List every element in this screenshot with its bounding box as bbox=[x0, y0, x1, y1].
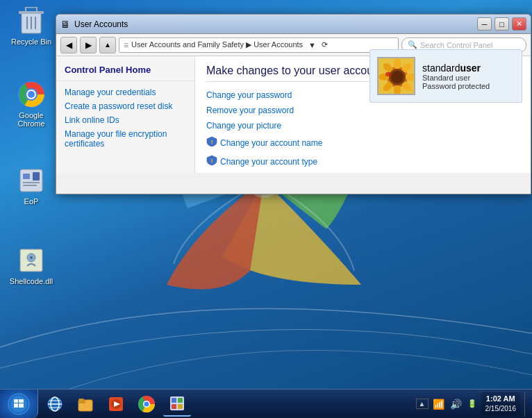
desktop-decoration bbox=[0, 208, 532, 389]
svg-rect-58 bbox=[172, 398, 176, 403]
back-button[interactable]: ◀ bbox=[60, 37, 77, 53]
svg-text:!: ! bbox=[211, 158, 213, 164]
chrome-image bbox=[17, 81, 45, 108]
clock[interactable]: 1:02 AM 2/15/2016 bbox=[481, 392, 521, 415]
shield-icon-1: ! bbox=[206, 136, 217, 149]
control-panel-window: 🖥 User Accounts ─ □ ✕ ◀ ▶ ▲ ≡ User Accou… bbox=[56, 14, 531, 194]
address-path[interactable]: ≡ User Accounts and Family Safety ▶ User… bbox=[119, 37, 399, 53]
svg-point-26 bbox=[394, 58, 401, 69]
recycle-bin-image bbox=[17, 7, 45, 35]
shield-icon-2: ! bbox=[206, 155, 217, 168]
sidebar-header: Control Panel Home bbox=[56, 62, 194, 81]
svg-rect-60 bbox=[172, 404, 176, 409]
svg-rect-42 bbox=[19, 403, 24, 408]
desktop: ✛ Recycle Bin bbox=[0, 0, 532, 389]
taskbar-explorer[interactable] bbox=[72, 392, 99, 417]
eop-label: EoP bbox=[24, 197, 39, 206]
sidebar-link-encryption[interactable]: Manage your file encryption certificates bbox=[56, 127, 194, 151]
show-desktop-button[interactable] bbox=[524, 392, 529, 417]
svg-rect-40 bbox=[19, 399, 24, 403]
search-icon: 🔍 bbox=[408, 40, 417, 49]
svg-point-56 bbox=[144, 401, 149, 406]
svg-point-35 bbox=[391, 71, 404, 83]
svg-rect-59 bbox=[178, 398, 183, 403]
change-account-name-link[interactable]: ! Change your account name bbox=[206, 136, 519, 149]
chrome-label: Google Chrome bbox=[7, 111, 56, 128]
show-hidden-button[interactable]: ▲ bbox=[416, 399, 429, 409]
shellcode-label: Shellcode.dll bbox=[10, 277, 53, 285]
eop-image bbox=[17, 167, 45, 194]
username: standarduser bbox=[422, 62, 490, 74]
svg-rect-50 bbox=[78, 399, 84, 401]
user-panel: standarduser Standard user Password prot… bbox=[369, 49, 522, 103]
title-bar: 🖥 User Accounts ─ □ ✕ bbox=[56, 15, 531, 34]
user-detail-1: Standard user bbox=[422, 74, 490, 82]
shellcode-image bbox=[17, 246, 45, 274]
svg-point-13 bbox=[28, 91, 35, 98]
address-dropdown[interactable]: ▼ bbox=[308, 41, 316, 49]
volume-icon[interactable]: 🔊 bbox=[449, 399, 463, 410]
system-tray: ▲ 📶 🔊 🔋 1:02 AM 2/15/2016 bbox=[416, 392, 532, 417]
svg-rect-41 bbox=[14, 403, 18, 408]
maximize-button[interactable]: □ bbox=[494, 17, 509, 31]
eop-icon[interactable]: EoP bbox=[7, 167, 56, 206]
svg-rect-3 bbox=[19, 11, 44, 14]
window-title: User Accounts bbox=[74, 19, 476, 29]
remove-password-link[interactable]: Remove your password bbox=[206, 106, 519, 115]
content-area: Control Panel Home Manage your credentia… bbox=[56, 56, 531, 173]
google-chrome-icon[interactable]: Google Chrome bbox=[7, 81, 56, 128]
taskbar-chrome[interactable] bbox=[133, 392, 160, 417]
minimize-button[interactable]: ─ bbox=[477, 17, 492, 31]
sidebar-link-credentials[interactable]: Manage your credentials bbox=[56, 85, 194, 99]
forward-button[interactable]: ▶ bbox=[80, 37, 97, 53]
svg-rect-16 bbox=[23, 182, 40, 183]
svg-rect-18 bbox=[33, 172, 40, 181]
main-content: Make changes to your user account Change… bbox=[195, 56, 531, 173]
change-account-type-link[interactable]: ! Change your account type bbox=[206, 155, 519, 168]
recycle-bin-icon[interactable]: Recycle Bin bbox=[7, 7, 56, 46]
taskbar: ▲ 📶 🔊 🔋 1:02 AM 2/15/2016 bbox=[0, 389, 532, 418]
search-placeholder: Search Control Panel bbox=[420, 41, 493, 49]
refresh-button[interactable]: ⟳ bbox=[322, 40, 328, 49]
recycle-bin-label: Recycle Bin bbox=[11, 37, 51, 46]
up-button[interactable]: ▲ bbox=[99, 37, 116, 53]
svg-rect-36 bbox=[385, 72, 391, 76]
svg-point-21 bbox=[30, 256, 33, 259]
close-button[interactable]: ✕ bbox=[512, 17, 526, 31]
svg-rect-17 bbox=[23, 185, 37, 186]
start-button[interactable] bbox=[0, 390, 38, 419]
svg-rect-61 bbox=[178, 404, 183, 409]
sidebar-link-online-ids[interactable]: Link online IDs bbox=[56, 113, 194, 127]
network-icon[interactable]: 📶 bbox=[431, 399, 446, 410]
user-avatar bbox=[377, 57, 415, 95]
svg-text:!: ! bbox=[211, 139, 213, 145]
clock-date: 2/15/2016 bbox=[485, 404, 517, 414]
user-info: standarduser Standard user Password prot… bbox=[422, 62, 490, 90]
change-picture-link[interactable]: Change your picture bbox=[206, 121, 519, 131]
taskbar-media[interactable] bbox=[102, 392, 130, 417]
user-detail-2: Password protected bbox=[422, 82, 490, 90]
shellcode-icon[interactable]: Shellcode.dll bbox=[7, 246, 56, 285]
clock-time: 1:02 AM bbox=[485, 394, 517, 404]
battery-icon: 🔋 bbox=[466, 399, 479, 408]
address-text: User Accounts and Family Safety ▶ User A… bbox=[131, 40, 303, 49]
taskbar-ie[interactable] bbox=[41, 392, 69, 417]
sidebar-link-password-reset[interactable]: Create a password reset disk bbox=[56, 99, 194, 113]
sidebar: Control Panel Home Manage your credentia… bbox=[56, 56, 195, 173]
taskbar-control-panel[interactable] bbox=[163, 392, 191, 417]
svg-rect-15 bbox=[23, 174, 30, 179]
svg-rect-39 bbox=[14, 399, 18, 403]
